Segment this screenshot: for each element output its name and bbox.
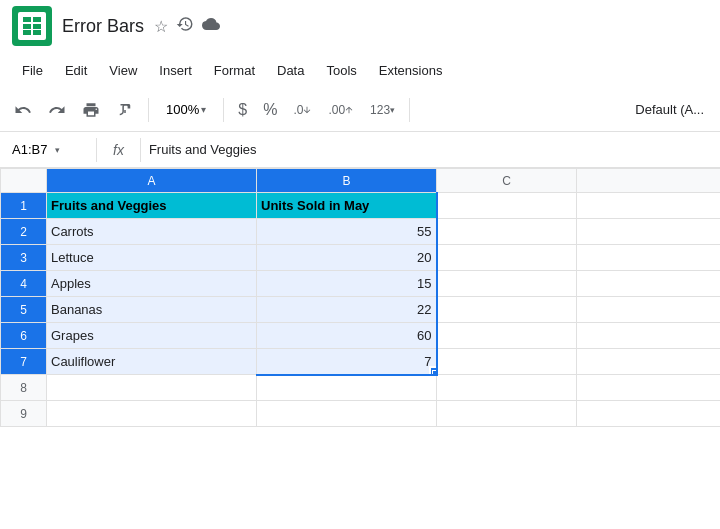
- column-header-row: A B C: [1, 169, 721, 193]
- row-num-5[interactable]: 5: [1, 297, 47, 323]
- percent-button[interactable]: %: [257, 97, 283, 123]
- table-row: 5 Bananas 22: [1, 297, 721, 323]
- doc-title: Error Bars: [62, 16, 144, 37]
- table-row: 8: [1, 375, 721, 401]
- more-formats-button[interactable]: 123 ▾: [364, 99, 401, 121]
- menu-format[interactable]: Format: [204, 59, 265, 82]
- menu-edit[interactable]: Edit: [55, 59, 97, 82]
- undo-button[interactable]: [8, 97, 38, 123]
- app-icon: [12, 6, 52, 46]
- cell-d3[interactable]: [577, 245, 721, 271]
- separator-2: [223, 98, 224, 122]
- cell-ref-container: A1:B7 ▾: [8, 140, 88, 159]
- cell-c9[interactable]: [437, 401, 577, 427]
- cell-d1[interactable]: [577, 193, 721, 219]
- table-row: 7 Cauliflower 7: [1, 349, 721, 375]
- sheet-grid: A B C 1 Fruits and Veggies Units Sold in…: [0, 168, 720, 427]
- menu-bar: File Edit View Insert Format Data Tools …: [0, 52, 720, 88]
- cell-d6[interactable]: [577, 323, 721, 349]
- cell-c7[interactable]: [437, 349, 577, 375]
- cell-b5[interactable]: 22: [257, 297, 437, 323]
- formula-input[interactable]: [149, 142, 712, 157]
- col-header-d[interactable]: [577, 169, 721, 193]
- svg-rect-1: [23, 17, 31, 22]
- star-icon[interactable]: ☆: [154, 17, 168, 36]
- svg-rect-6: [33, 30, 41, 35]
- cell-a2[interactable]: Carrots: [47, 219, 257, 245]
- row-num-7[interactable]: 7: [1, 349, 47, 375]
- cell-d2[interactable]: [577, 219, 721, 245]
- cell-c5[interactable]: [437, 297, 577, 323]
- cell-b2[interactable]: 55: [257, 219, 437, 245]
- title-bar: Error Bars ☆: [0, 0, 720, 52]
- cell-d5[interactable]: [577, 297, 721, 323]
- redo-button[interactable]: [42, 97, 72, 123]
- svg-rect-4: [33, 24, 41, 29]
- paint-format-button[interactable]: [110, 97, 140, 123]
- menu-data[interactable]: Data: [267, 59, 314, 82]
- currency-button[interactable]: $: [232, 97, 253, 123]
- formula-bar: A1:B7 ▾ fx: [0, 132, 720, 168]
- table-row: 6 Grapes 60: [1, 323, 721, 349]
- default-font[interactable]: Default (A...: [627, 98, 712, 121]
- svg-rect-2: [33, 17, 41, 22]
- row-num-8[interactable]: 8: [1, 375, 47, 401]
- cell-b9[interactable]: [257, 401, 437, 427]
- row-num-2[interactable]: 2: [1, 219, 47, 245]
- cell-ref-drop-icon[interactable]: ▾: [55, 145, 60, 155]
- menu-view[interactable]: View: [99, 59, 147, 82]
- row-num-9[interactable]: 9: [1, 401, 47, 427]
- menu-tools[interactable]: Tools: [316, 59, 366, 82]
- row-num-3[interactable]: 3: [1, 245, 47, 271]
- cell-a9[interactable]: [47, 401, 257, 427]
- separator-1: [148, 98, 149, 122]
- cell-d9[interactable]: [577, 401, 721, 427]
- menu-insert[interactable]: Insert: [149, 59, 202, 82]
- decimal-decrease-button[interactable]: .0: [287, 99, 318, 121]
- cell-c8[interactable]: [437, 375, 577, 401]
- zoom-selector[interactable]: 100% ▾: [157, 99, 215, 120]
- svg-rect-5: [23, 30, 31, 35]
- row-num-4[interactable]: 4: [1, 271, 47, 297]
- cell-a4[interactable]: Apples: [47, 271, 257, 297]
- cell-a5[interactable]: Bananas: [47, 297, 257, 323]
- svg-rect-3: [23, 24, 31, 29]
- cell-b8[interactable]: [257, 375, 437, 401]
- cell-a3[interactable]: Lettuce: [47, 245, 257, 271]
- cell-d4[interactable]: [577, 271, 721, 297]
- menu-extensions[interactable]: Extensions: [369, 59, 453, 82]
- col-header-b[interactable]: B: [257, 169, 437, 193]
- col-header-c[interactable]: C: [437, 169, 577, 193]
- sheet-container: A B C 1 Fruits and Veggies Units Sold in…: [0, 168, 720, 427]
- cell-b6[interactable]: 60: [257, 323, 437, 349]
- decimal-increase-button[interactable]: .00: [322, 99, 360, 121]
- cell-d8[interactable]: [577, 375, 721, 401]
- cell-ref-value[interactable]: A1:B7: [8, 140, 51, 159]
- cell-c4[interactable]: [437, 271, 577, 297]
- cell-b7[interactable]: 7: [257, 349, 437, 375]
- cell-d7[interactable]: [577, 349, 721, 375]
- cell-b4[interactable]: 15: [257, 271, 437, 297]
- cell-b3[interactable]: 20: [257, 245, 437, 271]
- menu-file[interactable]: File: [12, 59, 53, 82]
- cell-a7[interactable]: Cauliflower: [47, 349, 257, 375]
- cell-c6[interactable]: [437, 323, 577, 349]
- separator-3: [409, 98, 410, 122]
- fx-label: fx: [105, 142, 132, 158]
- cell-a1[interactable]: Fruits and Veggies: [47, 193, 257, 219]
- history-icon[interactable]: [176, 15, 194, 37]
- row-num-6[interactable]: 6: [1, 323, 47, 349]
- row-num-1[interactable]: 1: [1, 193, 47, 219]
- print-button[interactable]: [76, 97, 106, 123]
- cell-c1[interactable]: [437, 193, 577, 219]
- cell-c2[interactable]: [437, 219, 577, 245]
- col-header-a[interactable]: A: [47, 169, 257, 193]
- cell-a6[interactable]: Grapes: [47, 323, 257, 349]
- cloud-icon[interactable]: [202, 15, 220, 37]
- cell-c3[interactable]: [437, 245, 577, 271]
- title-icons: ☆: [154, 15, 220, 37]
- cell-b1[interactable]: Units Sold in May: [257, 193, 437, 219]
- cell-a8[interactable]: [47, 375, 257, 401]
- zoom-value: 100%: [166, 102, 199, 117]
- formula-bar-sep: [96, 138, 97, 162]
